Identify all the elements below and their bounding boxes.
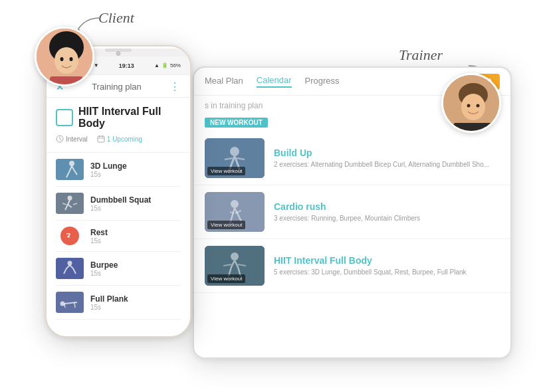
phone-mockup: Fido ▼ 19:13 ▲ 🔋 56% ✕ Training plan ⋮ H… [45,45,191,338]
svg-rect-15 [98,136,104,142]
meta-type: Interval [66,136,88,143]
svg-rect-16 [99,136,100,138]
exercise-name: Dumbbell Squat [90,195,181,205]
lunge-image [56,159,84,180]
svg-point-10 [461,94,485,120]
svg-point-19 [69,161,74,166]
exercise-list: 3D Lunge 15s Dumbbell Squat [56,153,181,320]
svg-point-11 [467,104,471,108]
workout-info: Cardio rush 3 exercises: Running, Burpee… [274,201,500,223]
view-workout-label[interactable]: View workout [207,274,245,283]
status-time: 19:13 [119,62,134,69]
exercise-item: Rest 15s [56,221,181,252]
svg-rect-7 [50,76,83,84]
workout-info: HIIT Interval Full Body 5 exercises: 3D … [274,255,500,277]
workout-card-hiit: View workout HIIT Interval Full Body 5 e… [194,239,510,293]
svg-point-23 [68,261,72,266]
workout-thumbnail: View workout [205,246,265,286]
workout-thumbnail: View workout [205,138,265,178]
workout-thumbnail: View workout [205,192,265,232]
svg-point-6 [70,57,73,61]
svg-point-4 [54,47,78,74]
more-options-button[interactable]: ⋮ [169,80,181,93]
nav-title: Training plan [92,82,142,92]
workout-name[interactable]: Build Up [274,147,500,158]
workout-exercises: 3 exercises: Running, Burpee, Mountain C… [274,214,500,223]
exercise-name: Full Plank [90,294,181,304]
svg-point-31 [231,252,239,260]
exercise-name: Burpee [90,260,181,270]
plank-image [56,292,84,313]
exercise-duration: 15s [90,304,181,311]
burpee-image [56,258,84,279]
svg-point-25 [60,302,65,306]
exercise-item: Dumbbell Squat 15s [56,187,181,221]
exercise-duration: 15s [90,270,181,277]
nav-calendar[interactable]: Calendar [257,75,292,88]
workout-title-text: HIIT Interval Full Body [78,106,181,130]
svg-point-12 [477,104,480,108]
squat-image [56,193,84,214]
nav-meal-plan[interactable]: Meal Plan [205,76,243,87]
trainer-avatar [441,73,501,133]
interval-icon [56,135,64,143]
workout-name[interactable]: HIIT Interval Full Body [274,255,500,266]
subtitle-text: s in training plan [205,101,263,110]
svg-rect-17 [102,136,103,138]
view-workout-label[interactable]: View workout [207,167,245,175]
view-workout-label[interactable]: View workout [207,221,245,229]
svg-rect-24 [56,292,84,313]
workout-info: Build Up 2 exercises: Alternating Dumbbe… [274,147,500,169]
exercise-name: 3D Lunge [90,161,181,171]
exercise-item: Burpee 15s [56,252,181,286]
upcoming-link[interactable]: 1 Upcoming [107,136,142,143]
workout-name[interactable]: Cardio rush [274,201,500,212]
trainer-label: Trainer [399,47,443,64]
exercise-item: Full Plank 15s [56,286,181,320]
workout-card-build-up: View workout Build Up 2 exercises: Alter… [194,132,510,185]
svg-point-27 [230,147,239,156]
exercise-duration: 15s [90,205,181,212]
workout-title: HIIT Interval Full Body [56,106,181,130]
workout-exercises: 5 exercises: 3D Lunge, Dumbbell Squat, R… [274,268,500,277]
phone-status-right: ▲ 🔋 56% [154,62,181,68]
exercise-item: 3D Lunge 15s [56,153,181,187]
exercise-duration: 15s [90,171,181,178]
svg-point-29 [231,200,239,208]
svg-point-21 [68,196,72,201]
client-avatar [35,27,94,86]
battery-text: 56% [170,62,181,68]
calendar-icon [97,135,105,143]
workout-icon [56,109,73,126]
workout-exercises: 2 exercises: Alternating Dumbbell Bicep … [274,160,500,169]
rest-icon [60,227,79,245]
workout-card-cardio: View workout Cardio rush 3 exercises: Ru… [194,185,510,239]
nav-progress[interactable]: Progress [305,76,340,87]
svg-point-5 [60,57,64,61]
workout-meta: Interval 1 Upcoming [56,135,181,143]
exercise-name: Rest [90,228,181,237]
new-workout-badge: NEW WORKOUT [205,118,268,128]
exercise-duration: 15s [90,237,181,245]
